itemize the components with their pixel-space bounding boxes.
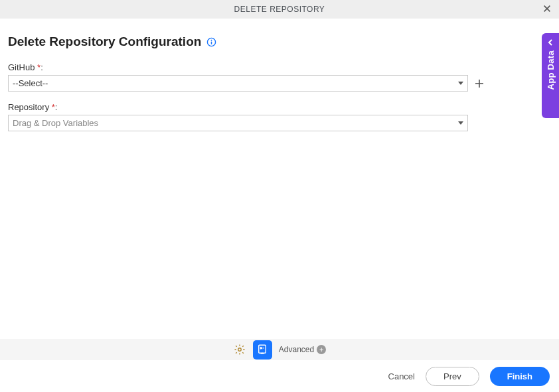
prev-button[interactable]: Prev [426,367,479,386]
app-data-tab[interactable]: App Data [542,33,559,118]
dialog-footer: Cancel Prev Finish [0,360,559,392]
advanced-label: Advanced [279,345,314,354]
chevron-left-icon [546,37,554,45]
repository-select-row: Drag & Drop Variables [8,115,551,131]
app-data-label: App Data [546,50,556,90]
github-select-row: --Select-- [8,75,551,92]
close-icon[interactable] [542,3,552,14]
advanced-toggle[interactable]: Advanced + [279,345,326,354]
colon: : [55,102,58,112]
github-label-text: GitHub [8,62,37,72]
colon: : [40,62,43,72]
gear-icon[interactable] [233,343,246,356]
info-icon[interactable] [206,37,216,47]
svg-rect-4 [211,41,212,44]
dialog-title: DELETE REPOSITORY [234,5,325,14]
dialog-header: DELETE REPOSITORY [0,0,559,19]
plus-circle-icon: + [317,345,326,354]
repository-label-text: Repository [8,102,52,112]
add-github-button[interactable] [473,78,485,90]
svg-point-7 [238,348,242,352]
cancel-button[interactable]: Cancel [388,371,415,381]
repository-label: Repository *: [8,102,551,112]
page-title: Delete Repository Configuration [8,34,201,49]
document-icon[interactable] [253,340,272,359]
repository-select[interactable]: Drag & Drop Variables [8,115,468,131]
page-title-row: Delete Repository Configuration [8,34,551,49]
bottom-toolbar: Advanced + [0,339,559,360]
finish-button[interactable]: Finish [490,367,550,386]
svg-point-3 [211,39,212,40]
github-label: GitHub *: [8,62,551,72]
github-select[interactable]: --Select-- [8,75,468,92]
main-content: Delete Repository Configuration GitHub *… [0,19,559,131]
